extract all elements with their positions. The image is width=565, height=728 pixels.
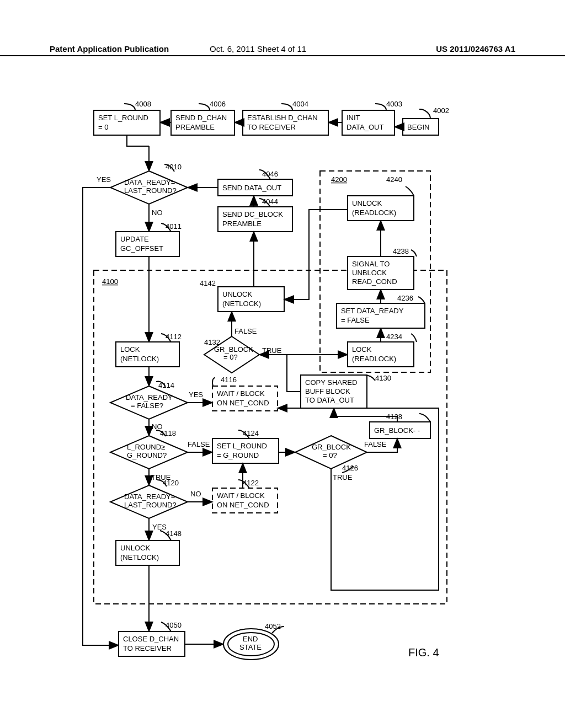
ref-4240: 4240 (386, 175, 402, 184)
svg-text:UNBLOCK: UNBLOCK (352, 269, 387, 277)
ref-4130: 4130 (375, 374, 391, 382)
svg-text:NO: NO (152, 208, 163, 217)
figure-label: FIG. 4 (408, 646, 439, 659)
svg-text:TRUE: TRUE (262, 346, 282, 355)
ref-4008: 4008 (135, 100, 151, 108)
svg-text:SET DATA_READY: SET DATA_READY (341, 307, 404, 315)
svg-text:ESTABLISH D_CHAN: ESTABLISH D_CHAN (247, 114, 318, 122)
svg-text:= 0: = 0 (98, 123, 108, 131)
svg-text:PREAMBLE: PREAMBLE (222, 220, 262, 228)
ref-4234: 4234 (386, 333, 402, 341)
svg-text:(NETLOCK): (NETLOCK) (120, 355, 159, 363)
svg-text:= FALSE?: = FALSE? (131, 402, 163, 410)
svg-text:LOCK: LOCK (120, 345, 140, 354)
ref-4142: 4142 (200, 279, 216, 287)
svg-text:NO: NO (190, 490, 201, 498)
svg-text:UNLOCK: UNLOCK (222, 290, 253, 298)
svg-text:= 0?: = 0? (323, 451, 337, 459)
svg-text:STATE: STATE (239, 643, 262, 651)
page-header: Patent Application Publication Oct. 6, 2… (0, 44, 565, 56)
ref-4112: 4112 (166, 333, 182, 341)
svg-text:TO DATA_OUT: TO DATA_OUT (305, 396, 354, 404)
svg-text:SET L_ROUND: SET L_ROUND (98, 114, 148, 122)
svg-text:BUFF BLOCK: BUFF BLOCK (305, 387, 350, 395)
svg-text:FALSE: FALSE (188, 440, 210, 448)
svg-text:LAST_ROUND?: LAST_ROUND? (124, 186, 177, 195)
ref-4052: 4052 (265, 622, 281, 630)
ref-4006: 4006 (210, 100, 226, 108)
svg-text:SEND DATA_OUT: SEND DATA_OUT (222, 184, 281, 192)
svg-text:ON NET_COND: ON NET_COND (217, 399, 269, 407)
ref-4050: 4050 (166, 621, 182, 629)
svg-text:(NETLOCK): (NETLOCK) (222, 299, 261, 308)
svg-text:= FALSE: = FALSE (341, 316, 370, 324)
svg-text:DATA_OUT: DATA_OUT (347, 123, 383, 131)
svg-text:DATA_READY=: DATA_READY= (124, 178, 175, 186)
svg-text:END: END (243, 635, 258, 643)
svg-text:WAIT / BLOCK: WAIT / BLOCK (217, 389, 265, 398)
ref-4011: 4011 (166, 222, 182, 231)
svg-text:GC_OFFSET: GC_OFFSET (120, 244, 163, 253)
header-mid: Oct. 6, 2011 Sheet 4 of 11 (210, 44, 306, 53)
svg-text:GR_BLOCK: GR_BLOCK (312, 443, 351, 451)
svg-text:FALSE: FALSE (234, 327, 257, 335)
svg-text:YES: YES (189, 390, 203, 399)
svg-text:= 0?: = 0? (223, 353, 238, 361)
svg-text:= G_ROUND: = G_ROUND (217, 451, 259, 459)
ref-4044: 4044 (262, 197, 278, 206)
svg-text:(READLOCK): (READLOCK) (352, 208, 396, 217)
svg-text:WAIT / BLOCK: WAIT / BLOCK (217, 491, 265, 500)
svg-text:SEND DC_BLOCK: SEND DC_BLOCK (222, 210, 283, 218)
ref-4120: 4120 (163, 479, 179, 487)
svg-text:SEND D_CHAN: SEND D_CHAN (175, 114, 227, 122)
svg-text:G_ROUND?: G_ROUND? (127, 451, 167, 459)
ref-4200: 4200 (331, 175, 347, 184)
svg-text:GR_BLOCK: GR_BLOCK (214, 345, 253, 354)
svg-text:(READLOCK): (READLOCK) (352, 355, 396, 363)
svg-text:L_ROUND≥: L_ROUND≥ (127, 443, 165, 451)
svg-text:FALSE: FALSE (364, 440, 387, 448)
svg-text:LOCK: LOCK (352, 345, 372, 354)
svg-text:COPY SHARED: COPY SHARED (305, 378, 357, 387)
svg-text:GR_BLOCK- -: GR_BLOCK- - (374, 426, 420, 435)
svg-text:UNLOCK: UNLOCK (120, 544, 151, 552)
svg-text:READ_COND: READ_COND (352, 277, 397, 286)
ref-4236: 4236 (397, 294, 413, 302)
svg-text:DATA_READY: DATA_READY (126, 393, 173, 402)
ref-4132: 4132 (204, 338, 220, 346)
svg-text:(NETLOCK): (NETLOCK) (120, 553, 159, 561)
svg-text:TO RECEIVER: TO RECEIVER (247, 123, 296, 131)
header-left: Patent Application Publication (50, 44, 169, 53)
ref-4002: 4002 (433, 106, 449, 115)
svg-text:YES: YES (152, 523, 167, 531)
svg-text:UPDATE: UPDATE (120, 235, 149, 243)
ref-4003: 4003 (386, 100, 402, 108)
svg-text:TO RECEIVER: TO RECEIVER (123, 644, 172, 652)
svg-text:INIT: INIT (347, 114, 360, 122)
svg-text:ON NET_COND: ON NET_COND (217, 501, 269, 509)
ref-4116: 4116 (221, 376, 237, 384)
ref-4118: 4118 (160, 429, 176, 437)
ref-4004: 4004 (292, 100, 308, 108)
ref-4238: 4238 (393, 247, 409, 255)
svg-text:SIGNAL TO: SIGNAL TO (352, 260, 390, 268)
ref-4126: 4126 (342, 464, 358, 472)
svg-text:PREAMBLE: PREAMBLE (175, 123, 215, 131)
svg-text:YES: YES (97, 175, 111, 184)
ref-4046: 4046 (262, 170, 278, 178)
ref-4100: 4100 (102, 277, 118, 286)
svg-text:DATA_READY=: DATA_READY= (124, 493, 175, 501)
flowchart: BEGIN 4002 INIT DATA_OUT 4003 ESTABLISH … (0, 99, 565, 706)
svg-text:SET L_ROUND: SET L_ROUND (217, 442, 267, 450)
svg-text:TRUE: TRUE (333, 473, 353, 481)
svg-text:UNLOCK: UNLOCK (352, 199, 382, 207)
header-right: US 2011/0246763 A1 (436, 44, 515, 53)
begin: BEGIN (407, 123, 429, 131)
svg-text:CLOSE D_CHAN: CLOSE D_CHAN (123, 635, 179, 643)
svg-text:LAST_ROUND?: LAST_ROUND? (124, 501, 177, 509)
